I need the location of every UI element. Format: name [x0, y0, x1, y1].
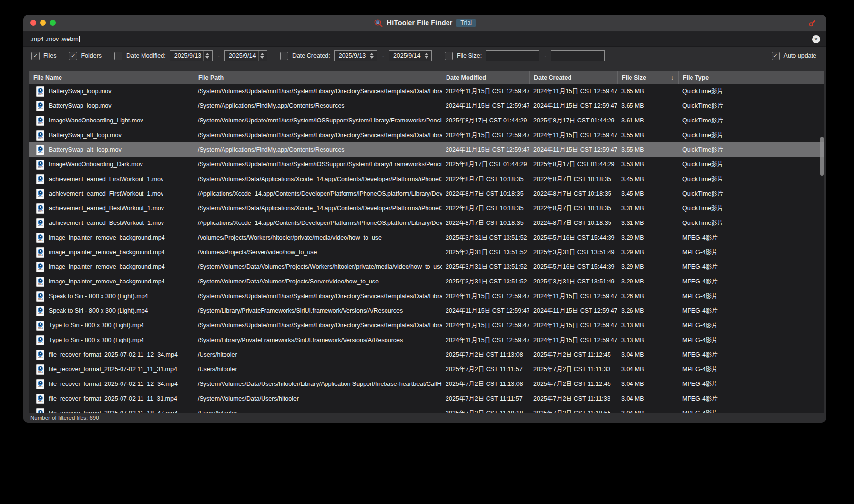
- file-type-cell: MPEG-4影片: [678, 395, 824, 403]
- search-bar[interactable]: .mp4 .mov .webm ✕: [23, 32, 826, 47]
- file-size-max-input[interactable]: [551, 50, 605, 61]
- date-modified-to-field[interactable]: 2025/9/14: [224, 50, 267, 61]
- table-row[interactable]: MOV BatterySwap_loop.mov /System/Applica…: [29, 99, 824, 113]
- file-type-cell: MPEG-4影片: [678, 263, 824, 271]
- sort-descending-icon[interactable]: ↓: [671, 74, 674, 81]
- file-path-cell: /Volumes/Projects/Server/video/how_to_us…: [194, 249, 442, 256]
- file-path-cell: /System/Volumes/Data/Applications/Xcode_…: [194, 205, 442, 212]
- table-row[interactable]: MP4 image_inpainter_remove_background.mp…: [29, 245, 824, 260]
- header-file-path[interactable]: File Path: [194, 71, 442, 84]
- file-ext-badge: MP4: [38, 327, 43, 329]
- header-file-size-label: File Size: [622, 74, 646, 81]
- stepper-arrows-icon[interactable]: [203, 51, 211, 61]
- date-modified-to-value: 2025/9/14: [229, 52, 256, 59]
- table-row[interactable]: MP4 file_recover_format_2025-07-02 11_12…: [29, 377, 824, 391]
- table-row[interactable]: MOV achievement_earned_FirstWorkout_1.mo…: [29, 172, 824, 186]
- video-lens-glyph: [38, 161, 43, 166]
- file-path-cell: /Applications/Xcode_14.app/Contents/Deve…: [194, 190, 442, 197]
- file-size-cell: 3.29 MB: [617, 249, 678, 256]
- table-row[interactable]: MP4 file_recover_format_2025-07-02 11_18…: [29, 406, 824, 413]
- table-row[interactable]: MP4 Type to Siri - 800 x 300 (Light).mp4…: [29, 318, 824, 333]
- date-created-cell: 2025年5月16日 CST 15:44:39: [529, 234, 617, 242]
- folders-checkbox[interactable]: ✓: [69, 52, 77, 60]
- table-row[interactable]: MOV BatterySwap_alt_loop.mov /System/App…: [29, 142, 824, 157]
- date-created-to-field[interactable]: 2025/9/14: [389, 50, 432, 61]
- table-row[interactable]: MP4 image_inpainter_remove_background.mp…: [29, 260, 824, 274]
- date-created-cell: 2025年7月2日 CST 11:11:33: [529, 365, 617, 374]
- clear-search-button[interactable]: ✕: [812, 35, 820, 43]
- file-path-cell: /System/Applications/FindMy.app/Contents…: [194, 146, 442, 153]
- table-row[interactable]: MOV ImageWandOnboarding_Light.mov /Syste…: [29, 113, 824, 128]
- header-date-created[interactable]: Date Created: [529, 71, 617, 84]
- file-name-cell: achievement_earned_BestWorkout_1.mov: [49, 220, 164, 226]
- date-created-checkbox[interactable]: ✓: [280, 52, 288, 60]
- license-key-icon[interactable]: [808, 18, 817, 28]
- file-name-cell: image_inpainter_remove_background.mp4: [49, 278, 165, 285]
- zoom-window-button[interactable]: [50, 20, 56, 26]
- stepper-arrows-icon[interactable]: [258, 51, 266, 61]
- video-lens-glyph: [38, 366, 43, 371]
- date-created-cell: 2025年5月16日 CST 15:44:39: [529, 263, 617, 271]
- files-checkbox[interactable]: ✓: [31, 52, 40, 60]
- title-group: HiTooler File Finder Trial: [374, 19, 476, 28]
- table-row[interactable]: MP4 Type to Siri - 800 x 300 (Light).mp4…: [29, 333, 824, 347]
- header-file-size[interactable]: File Size ↓: [617, 71, 678, 84]
- file-type-cell: QuickTime影片: [678, 146, 824, 154]
- date-created-cell: 2022年8月7日 CST 10:18:35: [529, 219, 617, 227]
- file-size-cell: 3.04 MB: [617, 366, 678, 373]
- vertical-scrollbar-thumb[interactable]: [820, 137, 824, 176]
- video-lens-glyph: [38, 176, 43, 181]
- table-row[interactable]: MP4 file_recover_format_2025-07-02 11_12…: [29, 347, 824, 362]
- file-ext-badge: MP4: [38, 298, 43, 300]
- table-row[interactable]: MP4 file_recover_format_2025-07-02 11_11…: [29, 362, 824, 377]
- table-row[interactable]: MP4 image_inpainter_remove_background.mp…: [29, 274, 824, 289]
- date-modified-checkbox[interactable]: ✓: [114, 52, 122, 60]
- file-size-min-input[interactable]: [486, 50, 539, 61]
- auto-update-checkbox[interactable]: ✓: [772, 52, 780, 60]
- date-modified-from-field[interactable]: 2025/9/13: [170, 50, 213, 61]
- header-file-type[interactable]: File Type: [678, 71, 824, 84]
- header-date-modified[interactable]: Date Modified: [442, 71, 529, 84]
- file-size-checkbox[interactable]: ✓: [445, 52, 453, 60]
- file-type-cell: MPEG-4影片: [678, 336, 824, 344]
- file-size-cell: 3.65 MB: [617, 102, 678, 109]
- file-size-cell: 3.04 MB: [617, 381, 678, 387]
- table-row[interactable]: MOV achievement_earned_BestWorkout_1.mov…: [29, 201, 824, 216]
- file-type-cell: MPEG-4影片: [678, 248, 824, 257]
- table-row[interactable]: MP4 Speak to Siri - 800 x 300 (Light).mp…: [29, 303, 824, 318]
- file-path-cell: /System/Applications/FindMy.app/Contents…: [194, 102, 442, 109]
- video-lens-glyph: [38, 234, 43, 240]
- table-row[interactable]: MOV ImageWandOnboarding_Dark.mov /System…: [29, 157, 824, 172]
- file-path-cell: /Users/hitooler: [194, 410, 442, 413]
- table-row[interactable]: MP4 image_inpainter_remove_background.mp…: [29, 230, 824, 245]
- table-body: MOV BatterySwap_loop.mov /System/Volumes…: [29, 84, 824, 413]
- date-created-cell: 2024年11月15日 CST 12:59:47: [529, 146, 617, 154]
- date-modified-cell: 2025年3月31日 CST 13:51:52: [442, 248, 529, 257]
- table-row[interactable]: MP4 Speak to Siri - 800 x 300 (Light).mp…: [29, 289, 824, 303]
- table-row[interactable]: MOV achievement_earned_BestWorkout_1.mov…: [29, 216, 824, 230]
- date-created-from-field[interactable]: 2025/9/13: [334, 50, 377, 61]
- filtered-files-count: Number of filtered files: 690: [30, 415, 99, 421]
- date-created-label: Date Created:: [292, 52, 330, 59]
- search-input[interactable]: .mp4 .mov .webm: [30, 36, 79, 42]
- video-file-icon: MOV: [36, 101, 44, 111]
- file-size-cell: 3.04 MB: [617, 351, 678, 358]
- date-created-cell: 2024年11月15日 CST 12:59:47: [529, 322, 617, 330]
- date-created-cell: 2024年11月15日 CST 12:59:47: [529, 307, 617, 315]
- table-row[interactable]: MOV BatterySwap_loop.mov /System/Volumes…: [29, 84, 824, 99]
- file-size-cell: 3.31 MB: [617, 205, 678, 212]
- table-row[interactable]: MOV achievement_earned_FirstWorkout_1.mo…: [29, 186, 824, 201]
- date-modified-cell: 2025年7月2日 CST 11:11:57: [442, 365, 529, 374]
- date-modified-cell: 2022年8月7日 CST 10:18:35: [442, 175, 529, 183]
- trial-badge[interactable]: Trial: [456, 19, 476, 27]
- table-row[interactable]: MP4 file_recover_format_2025-07-02 11_11…: [29, 391, 824, 406]
- video-file-icon: MOV: [36, 86, 44, 97]
- minimize-window-button[interactable]: [40, 20, 46, 26]
- close-window-button[interactable]: [30, 20, 36, 26]
- stepper-arrows-icon[interactable]: [423, 51, 430, 61]
- app-window: HiTooler File Finder Trial .mp4 .mov .we…: [23, 15, 826, 423]
- header-file-name[interactable]: File Name: [29, 71, 194, 84]
- table-row[interactable]: MOV BatterySwap_alt_loop.mov /System/Vol…: [29, 128, 824, 142]
- stepper-arrows-icon[interactable]: [368, 51, 376, 61]
- date-created-cell: 2024年11月15日 CST 12:59:47: [529, 292, 617, 301]
